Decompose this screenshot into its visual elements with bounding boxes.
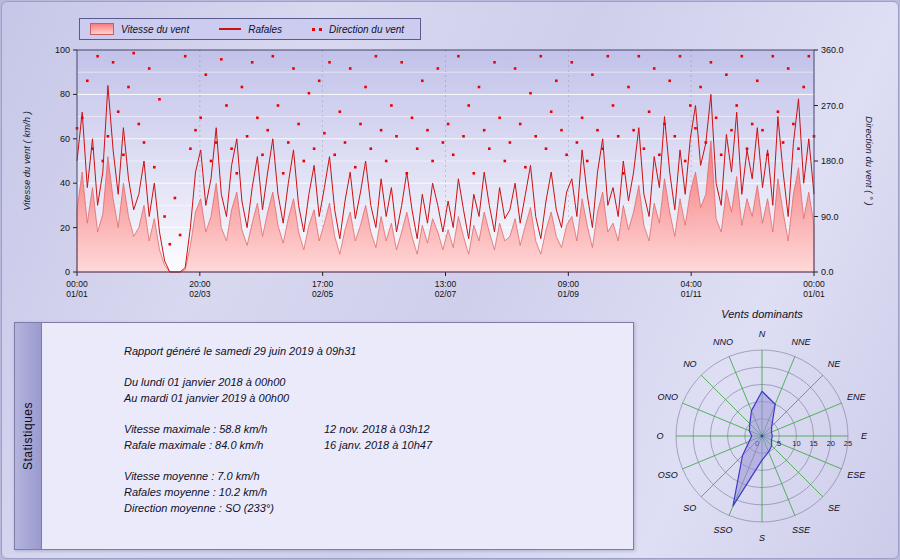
svg-text:ONO: ONO bbox=[658, 392, 679, 402]
svg-text:NNE: NNE bbox=[792, 337, 812, 347]
svg-text:ENE: ENE bbox=[847, 392, 867, 402]
svg-text:90.0: 90.0 bbox=[821, 212, 839, 222]
svg-text:01/09: 01/09 bbox=[558, 289, 580, 299]
period-to-line: Au mardi 01 janvier 2019 à 00h00 bbox=[124, 390, 623, 406]
svg-text:360.0: 360.0 bbox=[821, 45, 844, 55]
svg-text:17:00: 17:00 bbox=[312, 279, 334, 289]
wind-rose-panel: Vents dominants 0510152025NNNENEENEEESES… bbox=[634, 308, 890, 557]
svg-text:NNO: NNO bbox=[713, 337, 733, 347]
gusts-line-swatch bbox=[219, 28, 241, 30]
svg-text:01/01: 01/01 bbox=[66, 289, 88, 299]
statistics-panel: Statistiques Rapport généré le samedi 29… bbox=[14, 322, 634, 550]
svg-text:SE: SE bbox=[828, 503, 841, 513]
legend-item-rafales: Rafales bbox=[219, 24, 282, 35]
wind-rose-chart: 0510152025NNNENEENEEESESESSESSSOSOOSOOON… bbox=[637, 321, 887, 553]
svg-text:0.0: 0.0 bbox=[821, 267, 834, 277]
svg-text:O: O bbox=[656, 431, 663, 441]
svg-text:N: N bbox=[759, 329, 766, 339]
svg-text:10: 10 bbox=[792, 439, 800, 448]
svg-text:01/01: 01/01 bbox=[803, 289, 825, 299]
svg-text:NO: NO bbox=[683, 359, 697, 369]
avg-direction-line: Direction moyenne : SO (233°) bbox=[124, 500, 623, 516]
svg-text:80: 80 bbox=[60, 89, 70, 99]
max-gust-row: Rafale maximale : 84.0 km/h 16 janv. 201… bbox=[124, 437, 623, 453]
period-from-line: Du lundi 01 janvier 2018 à 00h00 bbox=[124, 374, 623, 390]
svg-text:13:00: 13:00 bbox=[435, 279, 457, 289]
svg-text:02/05: 02/05 bbox=[312, 289, 334, 299]
report-page: 0204060801000.090.0180.0270.0360.000:000… bbox=[1, 1, 899, 559]
svg-text:00:00: 00:00 bbox=[803, 279, 825, 289]
svg-text:5: 5 bbox=[777, 439, 781, 448]
avg-gust-line: Rafales moyenne : 10.2 km/h bbox=[124, 484, 623, 500]
svg-text:20:00: 20:00 bbox=[189, 279, 211, 289]
svg-text:0: 0 bbox=[65, 267, 70, 277]
wind-rose-title: Vents dominants bbox=[634, 308, 890, 320]
max-gust-value: Rafale maximale : 84.0 km/h bbox=[124, 437, 324, 453]
avg-speed-line: Vitesse moyenne : 7.0 km/h bbox=[124, 468, 623, 484]
svg-text:OSO: OSO bbox=[658, 470, 678, 480]
svg-text:SO: SO bbox=[683, 503, 696, 513]
svg-text:100: 100 bbox=[55, 45, 70, 55]
svg-text:SSO: SSO bbox=[713, 525, 732, 535]
max-speed-value: Vitesse maximale : 58.8 km/h bbox=[124, 421, 324, 437]
svg-text:ESE: ESE bbox=[847, 470, 866, 480]
statistics-sidebar-label: Statistiques bbox=[21, 402, 35, 470]
svg-text:09:00: 09:00 bbox=[558, 279, 580, 289]
svg-text:25: 25 bbox=[844, 439, 852, 448]
legend-item-vitesse: Vitesse du vent bbox=[90, 23, 189, 35]
legend-label-rafales: Rafales bbox=[248, 24, 282, 35]
svg-text:20: 20 bbox=[60, 223, 70, 233]
svg-text:60: 60 bbox=[60, 134, 70, 144]
statistics-sidebar: Statistiques bbox=[15, 323, 42, 549]
max-speed-date: 12 nov. 2018 à 03h12 bbox=[324, 421, 430, 437]
svg-text:02/03: 02/03 bbox=[189, 289, 211, 299]
wind-speed-area-swatch bbox=[90, 23, 114, 35]
svg-text:20: 20 bbox=[827, 439, 835, 448]
direction-dots-swatch bbox=[312, 28, 322, 31]
wind-timeseries-chart: 0204060801000.090.0180.0270.0360.000:000… bbox=[2, 2, 900, 304]
legend-label-direction: Direction du vent bbox=[329, 24, 404, 35]
svg-text:15: 15 bbox=[809, 439, 817, 448]
svg-text:40: 40 bbox=[60, 178, 70, 188]
max-gust-date: 16 janv. 2018 à 10h47 bbox=[324, 437, 432, 453]
svg-text:04:00: 04:00 bbox=[681, 279, 703, 289]
svg-text:S: S bbox=[759, 533, 765, 543]
legend-label-vitesse: Vitesse du vent bbox=[121, 24, 189, 35]
svg-text:Direction du vent ( ° ): Direction du vent ( ° ) bbox=[864, 116, 875, 205]
svg-text:02/07: 02/07 bbox=[435, 289, 457, 299]
statistics-content: Rapport généré le samedi 29 juin 2019 à … bbox=[42, 323, 633, 549]
svg-text:01/11: 01/11 bbox=[681, 289, 702, 299]
svg-text:Vitesse du vent ( km/h ): Vitesse du vent ( km/h ) bbox=[21, 111, 32, 211]
legend-item-direction: Direction du vent bbox=[312, 24, 404, 35]
svg-text:270.0: 270.0 bbox=[821, 101, 844, 111]
chart-legend: Vitesse du vent Rafales Direction du ven… bbox=[79, 18, 421, 40]
report-generated-line: Rapport généré le samedi 29 juin 2019 à … bbox=[124, 343, 623, 359]
svg-text:180.0: 180.0 bbox=[821, 156, 844, 166]
max-speed-row: Vitesse maximale : 58.8 km/h 12 nov. 201… bbox=[124, 421, 623, 437]
svg-text:E: E bbox=[861, 431, 868, 441]
svg-text:NE: NE bbox=[828, 359, 841, 369]
svg-text:00:00: 00:00 bbox=[66, 279, 88, 289]
svg-text:SSE: SSE bbox=[792, 525, 811, 535]
